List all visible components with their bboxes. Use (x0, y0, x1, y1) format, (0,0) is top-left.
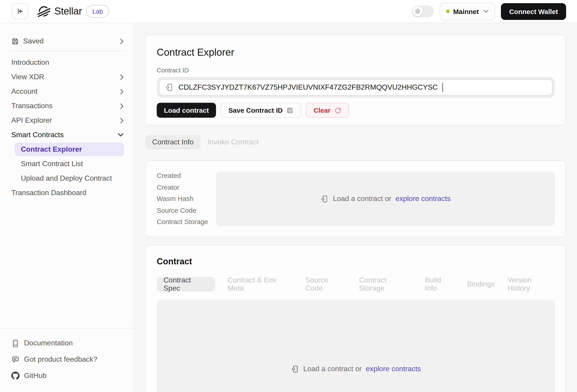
contract-icon (320, 195, 329, 203)
tab-version-history[interactable]: Version History (507, 276, 555, 293)
footer-item-label: Documentation (24, 339, 73, 347)
chevron-right-icon (120, 103, 124, 109)
contract-id-input[interactable]: CDLZFC3SYJYDZT7K67VZ75HPJVIEUVNIXF47ZG2F… (159, 79, 552, 96)
sidebar-item-label: Saved (23, 37, 120, 45)
sidebar-footer: Documentation Got product feedback? GitH… (0, 328, 134, 392)
brand-name: Stellar (54, 5, 82, 17)
tab-contract-env-meta[interactable]: Contract & Env Meta (228, 276, 292, 293)
chevron-right-icon (120, 38, 124, 44)
save-contract-id-label: Save Contract ID (228, 106, 283, 114)
contract-detail-tabs: Contract Spec Contract & Env Meta Source… (157, 276, 555, 293)
clear-button[interactable]: Clear (306, 103, 349, 118)
sidebar-item-saved[interactable]: Saved (0, 34, 134, 48)
chevron-right-icon (120, 117, 124, 123)
tab-invoke-contract[interactable]: Invoke Contract (208, 138, 258, 146)
tab-bindings[interactable]: Bindings (467, 280, 495, 288)
page-title: Contract Explorer (157, 46, 555, 59)
sidebar-item-label: Introduction (11, 58, 124, 66)
sidebar-item-api-explorer[interactable]: API Explorer (0, 113, 134, 128)
sidebar-divider (11, 51, 124, 51)
contract-spec-empty-state: Load a contract or explore contracts (157, 300, 555, 392)
tab-contract-spec[interactable]: Contract Spec (157, 277, 215, 292)
info-field-wasm-hash: Wasm Hash (157, 195, 216, 203)
tab-contract-storage[interactable]: Contract Storage (359, 276, 412, 293)
footer-item-label: Got product feedback? (24, 355, 97, 363)
explore-contracts-link[interactable]: explore contracts (396, 195, 451, 203)
contract-explorer-card: Contract Explorer Contract ID CDLZFC3SYJ… (145, 34, 566, 125)
top-header: Stellar Lab Mainnet Connect Wallet (0, 0, 577, 23)
contract-info-empty-state: Load a contract or explore contracts (216, 171, 555, 226)
theme-knob (412, 6, 422, 16)
chevron-down-icon (483, 9, 489, 13)
sidebar-item-label: Account (11, 87, 120, 96)
sidebar-item-label: Transaction Dashboard (11, 189, 124, 197)
explorer-actions: Load contract Save Contract ID Clear (157, 103, 555, 118)
footer-item-feedback[interactable]: Got product feedback? (11, 351, 123, 367)
sidebar-nav: Saved Introduction View XDR Account Tran… (0, 23, 134, 328)
chevron-right-icon (120, 89, 124, 94)
feedback-icon (11, 355, 19, 363)
main-content: Contract Explorer Contract ID CDLZFC3SYJ… (134, 23, 577, 392)
info-field-creator: Creator (157, 183, 216, 191)
sidebar-item-contract-explorer[interactable]: Contract Explorer (0, 142, 134, 157)
connect-wallet-button[interactable]: Connect Wallet (501, 3, 566, 20)
sidebar-item-smart-contracts[interactable]: Smart Contracts (0, 128, 134, 142)
network-status-dot (446, 9, 449, 13)
contract-tabs-bar: Contract Info Invoke Contract (145, 135, 566, 149)
sidebar-item-label: Upload and Deploy Contract (21, 174, 124, 182)
sidebar-item-label: Smart Contracts (11, 131, 118, 139)
sidebar-item-transaction-dashboard[interactable]: Transaction Dashboard (0, 186, 134, 200)
save-icon (11, 37, 19, 45)
chevron-down-icon (118, 133, 124, 137)
sidebar-item-label: Transactions (11, 102, 120, 110)
info-field-created: Created (157, 171, 216, 180)
contract-info-card: Created Creator Wasm Hash Source Code Co… (145, 160, 566, 237)
book-icon (11, 339, 19, 347)
sidebar-item-smart-contract-list[interactable]: Smart Contract List (0, 157, 134, 171)
network-name: Mainnet (453, 7, 479, 15)
text-caret (442, 83, 443, 92)
brand[interactable]: Stellar Lab (37, 5, 109, 18)
explore-contracts-link[interactable]: explore contracts (366, 365, 421, 373)
network-selector[interactable]: Mainnet (439, 2, 495, 20)
content-shell: Saved Introduction View XDR Account Tran… (0, 23, 577, 392)
contract-icon (165, 83, 174, 92)
save-icon (286, 107, 293, 114)
contract-id-label: Contract ID (157, 66, 555, 74)
sidebar-item-label: View XDR (11, 73, 120, 81)
contract-card: Contract Contract Spec Contract & Env Me… (145, 245, 566, 392)
sidebar-item-label: Smart Contract List (21, 160, 124, 168)
clear-label: Clear (313, 106, 330, 114)
header-actions: Mainnet Connect Wallet (411, 2, 566, 20)
sidebar-item-account[interactable]: Account (0, 84, 134, 99)
contract-icon (290, 365, 299, 373)
sidebar-item-introduction[interactable]: Introduction (0, 55, 134, 70)
sidebar-collapse-button[interactable] (12, 3, 28, 19)
sidebar-item-transactions[interactable]: Transactions (0, 99, 134, 113)
contract-id-value: CDLZFC3SYJYDZT7K67VZ75HPJVIEUVNIXF47ZG2F… (179, 83, 438, 92)
github-icon (11, 372, 19, 380)
footer-item-documentation[interactable]: Documentation (11, 335, 123, 351)
refresh-icon (334, 107, 341, 114)
empty-state-text: Load a contract or (303, 365, 362, 373)
lab-badge: Lab (86, 5, 109, 18)
tab-build-info[interactable]: Build Info (425, 276, 455, 293)
tab-contract-info[interactable]: Contract Info (145, 135, 200, 149)
info-field-source-code: Source Code (157, 206, 216, 214)
sun-icon (414, 8, 421, 14)
sidebar-item-label: API Explorer (11, 116, 120, 125)
sidebar-item-upload-deploy-contract[interactable]: Upload and Deploy Contract (0, 171, 134, 186)
app-window: Stellar Lab Mainnet Connect Wallet (0, 0, 577, 392)
theme-toggle[interactable] (411, 5, 434, 17)
info-field-list: Created Creator Wasm Hash Source Code Co… (157, 171, 216, 226)
save-contract-id-button[interactable]: Save Contract ID (220, 103, 301, 118)
contract-card-title: Contract (157, 256, 555, 267)
load-contract-button[interactable]: Load contract (157, 103, 216, 118)
footer-item-github[interactable]: GitHub (11, 367, 123, 384)
sidebar-item-view-xdr[interactable]: View XDR (0, 70, 134, 84)
sidebar-item-label: Contract Explorer (21, 145, 82, 153)
empty-state-text: Load a contract or (333, 195, 391, 203)
chevron-right-icon (120, 74, 124, 80)
collapse-sidebar-icon (16, 7, 24, 15)
tab-source-code[interactable]: Source Code (305, 276, 346, 293)
